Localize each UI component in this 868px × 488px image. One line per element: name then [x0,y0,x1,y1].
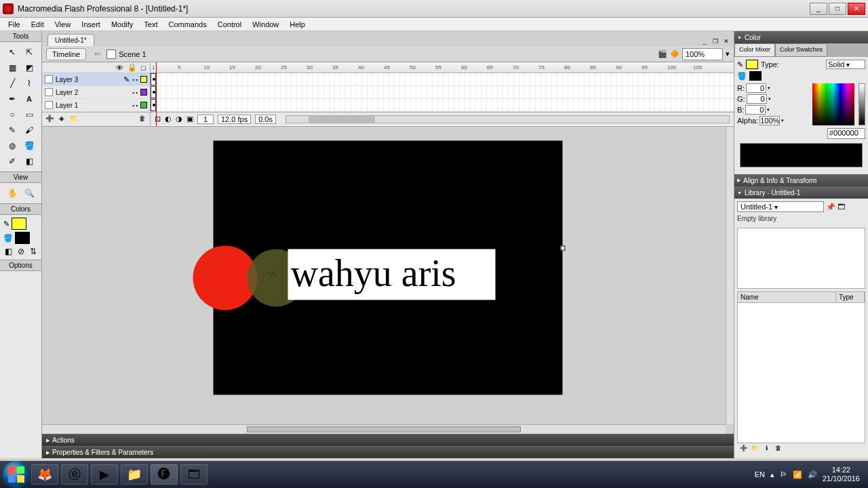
doc-restore-icon[interactable]: ❐ [711,37,720,46]
rectangle-tool[interactable]: ▭ [21,107,37,122]
properties-icon[interactable]: ℹ [762,445,771,454]
timeline-toggle-button[interactable]: Timeline [46,48,86,60]
menu-commands[interactable]: Commands [163,19,212,30]
frame-row[interactable] [151,73,734,86]
vertical-scrollbar[interactable] [726,127,734,424]
library-doc-select[interactable]: Untitled-1 ▾ [737,201,824,212]
g-value[interactable]: 0 [747,94,767,104]
stroke-color-swatch[interactable] [746,60,758,69]
gradient-transform-tool[interactable]: ◩ [21,60,37,75]
system-clock[interactable]: 14:22 21/10/2016 [823,466,860,483]
pencil-tool[interactable]: ✎ [4,123,20,138]
new-lib-icon[interactable]: 🗔 [837,203,845,211]
pen-tool[interactable]: ✒ [4,92,20,106]
r-value[interactable]: 0 [746,83,766,93]
onion-skin-icon[interactable]: ◐ [165,115,172,123]
no-color-icon[interactable]: ⊘ [16,246,26,257]
playhead[interactable] [156,62,157,126]
back-arrow-icon[interactable]: ⇦ [92,49,102,58]
text-resize-handle[interactable] [561,246,566,251]
taskbar-media[interactable]: ▶ [91,464,118,485]
layer-name[interactable]: Layer 1 [56,102,130,109]
hex-value[interactable]: #000000 [827,128,865,139]
text-tool[interactable]: A [21,92,37,106]
edit-symbols-icon[interactable]: 🔶 [670,49,679,58]
delete-layer-icon[interactable]: 🗑 [138,115,147,124]
color-spectrum[interactable] [812,83,854,125]
taskbar-flash[interactable]: 🅕 [151,464,178,485]
fill-type-select[interactable]: Solid ▾ [826,60,865,69]
close-button[interactable]: ✕ [848,3,865,15]
start-button[interactable] [3,461,30,488]
add-layer-icon[interactable]: ➕ [45,115,54,124]
layer-color-swatch[interactable] [140,76,147,83]
b-value[interactable]: 0 [745,105,766,115]
language-indicator[interactable]: EN [755,470,765,479]
tray-icon[interactable]: ▴ [770,470,774,479]
actions-panel-header[interactable]: Actions [42,434,734,446]
timeline-ruler[interactable]: 1510152025303540455055606570758085909510… [151,62,734,73]
menu-edit[interactable]: Edit [26,19,50,30]
network-icon[interactable]: 📶 [793,470,802,479]
layer-row[interactable]: Layer 1 • • [42,99,150,112]
zoom-tool[interactable]: 🔍 [21,186,37,201]
line-tool[interactable]: ╱ [4,76,20,91]
oval-tool[interactable]: ○ [4,107,20,122]
stage-canvas[interactable]: wahyu aris ⁺A [214,141,563,395]
menu-control[interactable]: Control [212,19,247,30]
lasso-tool[interactable]: ⌇ [21,76,37,91]
layer-name[interactable]: Layer 2 [56,89,130,96]
timeline-scrollbar[interactable] [285,115,730,123]
free-transform-tool[interactable]: ▦ [4,60,20,75]
new-folder-icon[interactable]: 📁 [750,445,760,454]
default-colors-icon[interactable]: ◧ [3,246,14,257]
add-guide-icon[interactable]: ◈ [57,115,66,124]
align-panel-header[interactable]: Align & Info & Transform [734,174,868,186]
keyframe-icon[interactable] [151,86,156,98]
fill-color-swatch[interactable] [749,71,762,81]
library-list[interactable] [737,303,865,443]
layer-row[interactable]: Layer 3 ✎ • • [42,73,150,86]
layer-color-swatch[interactable] [140,89,147,96]
frame-row[interactable] [151,86,734,99]
menu-window[interactable]: Window [247,19,284,30]
delete-icon[interactable]: 🗑 [773,445,783,454]
subselection-tool[interactable]: ⇱ [21,45,37,60]
doc-close-icon[interactable]: ✕ [722,37,731,46]
layer-name[interactable]: Layer 3 [56,76,121,83]
color-panel-header[interactable]: Color [734,31,868,43]
fill-color[interactable] [15,232,30,244]
add-folder-icon[interactable]: 📁 [69,115,79,124]
maximize-button[interactable]: □ [829,3,846,15]
col-header-type[interactable]: Type [836,292,865,302]
paint-bucket-tool[interactable]: 🪣 [21,138,37,153]
action-center-icon[interactable]: 🏳 [780,470,787,479]
new-symbol-icon[interactable]: ➕ [738,445,748,454]
frame-row[interactable] [151,99,734,112]
edit-scene-icon[interactable]: 🎬 [658,49,667,58]
menu-help[interactable]: Help [284,19,311,30]
minimize-button[interactable]: _ [810,3,827,15]
menu-text[interactable]: Text [138,19,163,30]
col-header-name[interactable]: Name [738,292,836,302]
document-tab[interactable]: Untitled-1* [47,34,94,46]
swap-colors-icon[interactable]: ⇅ [28,246,39,257]
keyframe-icon[interactable] [151,73,156,85]
volume-icon[interactable]: 🔊 [808,470,817,479]
alpha-value[interactable]: 100% [760,116,780,125]
onion-outline-icon[interactable]: ◑ [176,115,182,123]
zoom-level[interactable]: 100% [682,48,723,60]
doc-minimize-icon[interactable]: _ [700,37,709,46]
menu-file[interactable]: File [3,19,26,30]
menu-modify[interactable]: Modify [106,19,138,30]
layer-color-swatch[interactable] [140,102,147,108]
taskbar-ie[interactable]: ⓔ [61,464,88,485]
zoom-dropdown-icon[interactable]: ▾ [726,49,730,58]
edit-multiple-icon[interactable]: ▣ [186,115,193,123]
outline-icon[interactable]: □ [141,64,146,72]
lock-icon[interactable]: 🔒 [127,63,137,72]
ink-bottle-tool[interactable]: ◍ [4,138,20,153]
brush-tool[interactable]: 🖌 [21,123,37,138]
selection-tool[interactable]: ↖ [4,45,20,60]
eyedropper-tool[interactable]: ✐ [4,154,20,169]
